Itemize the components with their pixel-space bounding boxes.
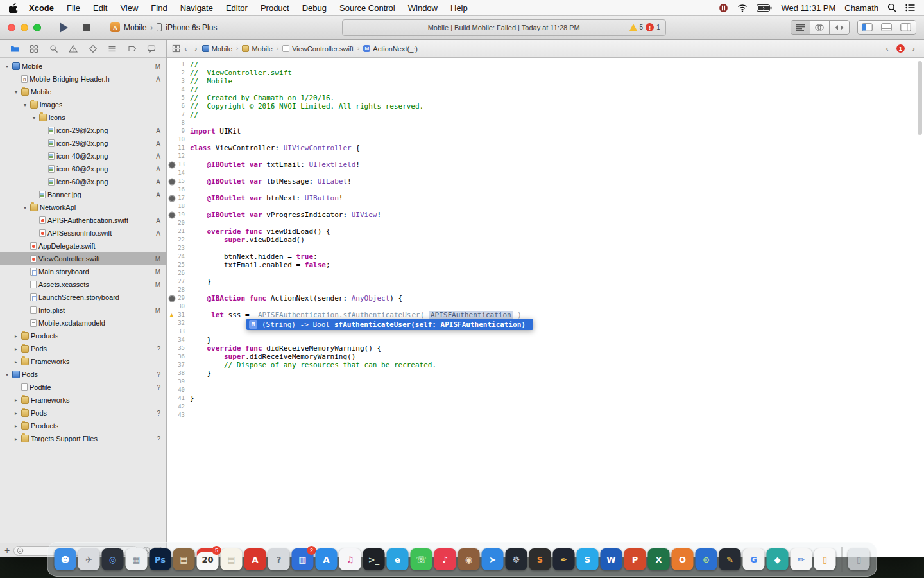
tab-symbol-navigator[interactable]	[30, 44, 38, 53]
dock-library[interactable]: ▤	[173, 548, 195, 570]
sidebar-item-pods[interactable]: ▾Pods?	[0, 368, 166, 381]
toggle-debug-area-button[interactable]	[877, 21, 896, 34]
sidebar-item-images[interactable]: ▾images	[0, 98, 166, 111]
minimize-button[interactable]	[21, 24, 28, 31]
autocomplete-popup[interactable]: M (String) -> Bool sfAuthenticateUser(se…	[246, 319, 533, 330]
code-line[interactable]: 43	[167, 411, 924, 419]
menu-debug[interactable]: Debug	[302, 3, 327, 13]
sidebar-item-icon-40-2x-png[interactable]: icon-40@2x.pngA	[0, 150, 166, 162]
standard-editor-button[interactable]	[791, 21, 810, 34]
sidebar-item-frameworks[interactable]: ▸Frameworks	[0, 394, 166, 407]
error-badge[interactable]: 1	[896, 44, 905, 53]
code-line[interactable]: 3// Mobile	[167, 77, 924, 85]
close-button[interactable]	[8, 24, 15, 31]
disclosure-closed-icon[interactable]: ▸	[13, 398, 19, 403]
code-line[interactable]: 7//	[167, 110, 924, 119]
toggle-navigator-button[interactable]	[858, 21, 877, 34]
menu-bar-clock[interactable]: Wed 11:31 PM	[781, 3, 835, 13]
dock-trash[interactable]: ▯	[848, 548, 870, 570]
dock-photos[interactable]: ◎	[102, 548, 124, 570]
dock-skype[interactable]: S	[577, 548, 599, 570]
sidebar-item-appdelegate-swift[interactable]: AppDelegate.swift	[0, 240, 166, 252]
code-line[interactable]: 6// Copyright © 2016 NVOI Limited. All r…	[167, 102, 924, 110]
connection-well-icon[interactable]	[169, 296, 175, 301]
menu-product[interactable]: Product	[261, 3, 289, 13]
code-line[interactable]: 34 }	[167, 336, 924, 344]
sidebar-item-icon-60-2x-png[interactable]: icon-60@2x.pngA	[0, 162, 166, 175]
code-line[interactable]: 26	[167, 269, 924, 277]
scheme-selector[interactable]: A Mobile › iPhone 6s Plus	[110, 22, 217, 32]
apple-menu[interactable]	[9, 3, 19, 13]
sidebar-item-icons[interactable]: ▾icons	[0, 111, 166, 124]
code-line[interactable]: 39	[167, 378, 924, 386]
notification-center-icon[interactable]	[905, 4, 915, 12]
sidebar-item-icon-29-3x-png[interactable]: icon-29@3x.pngA	[0, 137, 166, 150]
active-app-name[interactable]: Xcode	[29, 3, 54, 13]
code-line[interactable]: 37 // Dispose of any resources that can …	[167, 361, 924, 369]
sidebar-item-podfile[interactable]: Podfile?	[0, 381, 166, 394]
dock-notes[interactable]: ▤	[221, 548, 243, 570]
connection-well-icon[interactable]	[169, 179, 175, 184]
menu-help[interactable]: Help	[450, 3, 468, 13]
code-line[interactable]: 1//	[167, 60, 924, 69]
sidebar-item-viewcontroller-swift[interactable]: ViewController.swiftM	[0, 252, 166, 265]
menu-edit[interactable]: Edit	[93, 3, 107, 13]
dock-helm[interactable]: ☸	[506, 548, 527, 570]
related-items-icon[interactable]	[172, 44, 180, 53]
code-line[interactable]: 10	[167, 136, 924, 144]
sidebar-item-icon-60-3x-png[interactable]: icon-60@3x.pngA	[0, 175, 166, 188]
code-line[interactable]: 12	[167, 152, 924, 161]
dock-firefox[interactable]: O	[672, 548, 694, 570]
code-line[interactable]: 23	[167, 244, 924, 252]
dock-podcasts[interactable]: ◉	[458, 548, 480, 570]
parallels-icon[interactable]	[719, 3, 728, 13]
menu-view[interactable]: View	[120, 3, 138, 13]
sidebar-item-apisessioninfo-swift[interactable]: APISessionInfo.swiftA	[0, 227, 166, 240]
breadcrumb-mobile[interactable]: Mobile	[202, 45, 232, 53]
disclosure-open-icon[interactable]: ▾	[22, 205, 28, 211]
dock-calendar[interactable]: 205	[197, 548, 219, 570]
sidebar-item-mobile-bridging-header-h[interactable]: Mobile-Bridging-Header.hA	[0, 73, 166, 85]
disclosure-closed-icon[interactable]: ▸	[13, 423, 19, 429]
code-line[interactable]: 27 }	[167, 277, 924, 286]
toggle-utilities-button[interactable]	[896, 21, 916, 34]
add-file-button[interactable]: +	[4, 546, 10, 555]
sidebar-item-targets-support-files[interactable]: ▸Targets Support Files?	[0, 432, 166, 445]
menu-file[interactable]: File	[67, 3, 80, 13]
menu-find[interactable]: Find	[151, 3, 167, 13]
stop-button[interactable]	[78, 20, 95, 35]
tab-test-navigator[interactable]	[89, 44, 98, 53]
menu-navigate[interactable]: Navigate	[180, 3, 213, 13]
dock-chrome[interactable]: G	[743, 548, 765, 570]
code-line[interactable]: 17 @IBOutlet var btnNext: UIButton!	[167, 194, 924, 202]
sidebar-item-mobile[interactable]: ▾Mobile	[0, 85, 166, 98]
disclosure-open-icon[interactable]: ▾	[4, 372, 10, 378]
sidebar-item-banner-jpg[interactable]: Banner.jpgA	[0, 188, 166, 201]
sidebar-item-mobile[interactable]: ▾MobileM	[0, 60, 166, 73]
code-line[interactable]: 21 override func viewDidLoad() {	[167, 227, 924, 236]
disclosure-open-icon[interactable]: ▾	[4, 64, 10, 69]
code-line[interactable]: 14	[167, 169, 924, 177]
sidebar-item-info-plist[interactable]: Info.plistM	[0, 304, 166, 317]
code-line[interactable]: 29 @IBAction func ActionNext(sender: Any…	[167, 294, 924, 302]
breadcrumb-actionnext[interactable]: MActionNext(_:)	[363, 45, 418, 53]
menu-window[interactable]: Window	[408, 3, 438, 13]
code-line[interactable]: 9import UIKit	[167, 127, 924, 136]
sidebar-item-assets-xcassets[interactable]: Assets.xcassetsM	[0, 278, 166, 291]
code-line[interactable]: 28	[167, 286, 924, 294]
tab-project-navigator[interactable]	[10, 44, 19, 53]
sidebar-item-frameworks[interactable]: ▸Frameworks	[0, 355, 166, 368]
battery-icon[interactable]	[757, 4, 772, 12]
dock-itunes[interactable]: ♫	[339, 548, 361, 570]
dock-facetime[interactable]: ☏	[411, 548, 432, 570]
disclosure-closed-icon[interactable]: ▸	[13, 359, 19, 365]
code-line[interactable]: 2// ViewController.swift	[167, 69, 924, 77]
menu-bar-user[interactable]: Chamath	[844, 3, 878, 13]
code-line[interactable]: 42	[167, 403, 924, 411]
code-line[interactable]: 5// Created by Chamath on 1/20/16.	[167, 94, 924, 102]
tab-report-navigator[interactable]	[147, 44, 156, 53]
next-issue-button[interactable]: ›	[912, 45, 915, 53]
dock-browser[interactable]: e	[387, 548, 409, 570]
code-line[interactable]: 24 btnNext.hidden = true;	[167, 252, 924, 261]
code-line[interactable]: 16	[167, 186, 924, 194]
